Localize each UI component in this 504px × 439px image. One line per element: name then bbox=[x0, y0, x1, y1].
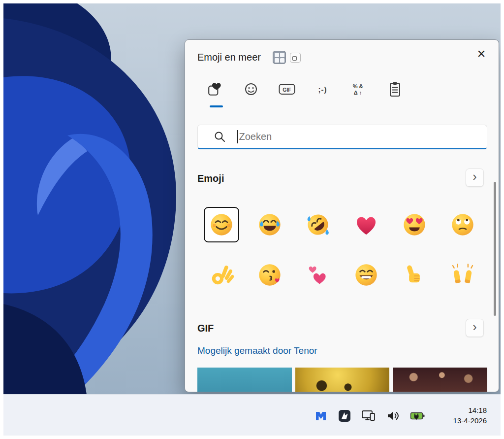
gif-icon: GIF bbox=[278, 81, 296, 97]
emoji-panel: Emoji en meer × bbox=[185, 39, 499, 392]
emoji-smiling-face[interactable] bbox=[204, 207, 239, 242]
layout-grid-button[interactable] bbox=[273, 51, 286, 64]
tab-kaomoji[interactable]: ;-) bbox=[312, 77, 334, 101]
display-phone-icon[interactable] bbox=[361, 409, 376, 423]
battery-charging-icon[interactable] bbox=[410, 409, 425, 422]
tab-clipboard[interactable] bbox=[383, 77, 406, 101]
emoji-tears-of-joy[interactable] bbox=[252, 207, 287, 242]
tab-emoji[interactable] bbox=[240, 77, 262, 101]
svg-text:GIF: GIF bbox=[283, 87, 291, 93]
symbols-icon: %& Δ↑ bbox=[353, 83, 365, 96]
tears-of-joy-emoji-art bbox=[257, 212, 283, 237]
clock-date: 13-4-2026 bbox=[453, 415, 487, 426]
heart-board-icon bbox=[207, 81, 223, 97]
emoji-red-heart[interactable] bbox=[348, 207, 384, 242]
emoji-expand-button[interactable]: › bbox=[466, 169, 484, 187]
volume-icon[interactable] bbox=[386, 410, 400, 422]
emoji-grid bbox=[204, 207, 480, 293]
clock-time: 14:18 bbox=[453, 405, 487, 415]
beaming-grin-emoji-art bbox=[353, 262, 379, 288]
ok-hand-emoji-art bbox=[209, 262, 234, 288]
emoji-eye-roll[interactable] bbox=[445, 207, 480, 242]
gif-expand-button[interactable]: › bbox=[466, 319, 484, 337]
heart-emoji-art bbox=[353, 211, 379, 238]
emoji-heart-eyes[interactable] bbox=[397, 207, 432, 242]
active-tab-indicator bbox=[210, 105, 223, 107]
smiling-face-emoji-art bbox=[209, 212, 234, 237]
system-tray bbox=[314, 409, 425, 423]
rofl-emoji-art bbox=[305, 212, 331, 237]
emoji-beaming-grin[interactable] bbox=[348, 257, 384, 293]
raising-hands-emoji-art bbox=[450, 262, 475, 288]
desktop-screen: Emoji en meer × bbox=[3, 3, 501, 436]
emoji-blowing-kiss[interactable] bbox=[252, 257, 287, 293]
gif-section-label: GIF bbox=[197, 323, 214, 334]
emoji-section-label: Emoji bbox=[197, 173, 224, 184]
gif-thumbnail-2[interactable] bbox=[295, 368, 390, 392]
thumbs-up-emoji-art bbox=[402, 262, 427, 288]
tab-symbols[interactable]: %& Δ↑ bbox=[347, 77, 370, 101]
gif-thumbnail-1[interactable] bbox=[197, 368, 292, 392]
gif-thumbnail-3[interactable] bbox=[393, 368, 487, 392]
taskbar-clock[interactable]: 14:18 13-4-2026 bbox=[453, 405, 487, 426]
malwarebytes-icon[interactable] bbox=[314, 409, 328, 423]
emoji-ok-hand[interactable] bbox=[204, 257, 239, 293]
smiley-icon bbox=[244, 82, 258, 97]
clipboard-icon bbox=[387, 81, 402, 98]
tenor-attribution-link[interactable]: Mogelijk gemaakt door Tenor bbox=[197, 345, 317, 356]
text-cursor bbox=[237, 130, 238, 143]
taskbar: 14:18 13-4-2026 bbox=[3, 394, 501, 436]
tab-favorites[interactable] bbox=[204, 77, 226, 101]
tab-gif[interactable]: GIF bbox=[276, 77, 298, 101]
tray-app-icon[interactable] bbox=[338, 409, 351, 422]
emoji-two-hearts[interactable] bbox=[300, 257, 336, 293]
close-button[interactable]: × bbox=[472, 45, 491, 64]
emoji-rofl[interactable] bbox=[300, 207, 336, 242]
search-input[interactable]: Zoeken bbox=[197, 125, 487, 149]
panel-scrollbar[interactable] bbox=[494, 182, 496, 316]
two-hearts-emoji-art bbox=[305, 262, 331, 288]
kaomoji-icon: ;-) bbox=[318, 85, 327, 94]
search-icon bbox=[214, 131, 225, 142]
dock-button[interactable] bbox=[290, 53, 301, 63]
search-placeholder: Zoeken bbox=[239, 131, 272, 142]
emoji-thumbs-up[interactable] bbox=[397, 257, 432, 293]
grid-icon bbox=[275, 53, 279, 57]
category-tabs: GIF ;-) %& Δ↑ bbox=[204, 77, 406, 101]
eye-roll-emoji-art bbox=[450, 212, 475, 237]
blowing-kiss-emoji-art bbox=[257, 262, 283, 288]
gif-thumbnails bbox=[197, 368, 487, 392]
panel-title: Emoji en meer bbox=[197, 52, 261, 63]
emoji-raising-hands[interactable] bbox=[445, 257, 480, 293]
heart-eyes-emoji-art bbox=[402, 212, 427, 237]
